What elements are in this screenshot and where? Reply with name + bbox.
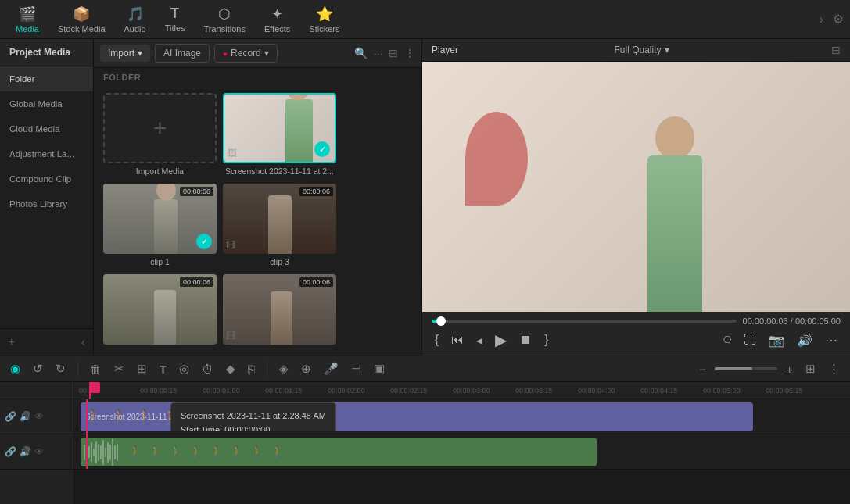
sidebar-item-adjustment[interactable]: Adjustment La... (0, 141, 93, 166)
record-label: Record (231, 48, 261, 59)
record-dot-icon: ● (223, 49, 228, 58)
waveform-bar (91, 442, 92, 462)
media-item-clip4[interactable]: 00:00:06 🎞 (103, 274, 217, 349)
layout-button[interactable]: ⊞ (802, 359, 820, 378)
keyframe-button[interactable]: ◆ (222, 359, 239, 378)
detach-button[interactable]: ⊣ (347, 359, 365, 378)
delete-icon: 🗑 (90, 363, 102, 376)
mic-button[interactable]: 🎤 (320, 359, 343, 378)
media-item-clip1[interactable]: 00:00:06 🎞 ✓ clip 1 (103, 184, 217, 268)
redo-button[interactable]: ↻ (52, 359, 70, 378)
waveform-bar (93, 449, 95, 456)
play-button[interactable]: ▶ (492, 329, 510, 351)
media-item-clip5[interactable]: 00:00:06 🎞 (223, 274, 336, 349)
sidebar-item-compound[interactable]: Compound Clip (0, 166, 93, 191)
snap-button[interactable]: ◉ (6, 359, 24, 378)
nav-stock-media[interactable]: 📦 Stock Media (48, 2, 115, 37)
ruler-tick-4: 00:00:02:00 (328, 387, 365, 395)
quality-selector[interactable]: Full Quality ▾ (614, 45, 669, 55)
nav-media[interactable]: 🎬 Media (6, 2, 48, 37)
sidebar-item-folder[interactable]: Folder (0, 66, 93, 91)
nav-effects[interactable]: ✦ Effects (255, 2, 299, 37)
undo-icon: ↺ (33, 362, 43, 375)
next-mark-icon: } (544, 333, 548, 347)
video-clip-main[interactable]: 🚶 🚶 🚶 🚶 🚶 🚶 🚶 🚶 🚶 🚶 Screenshot 2023-11-1… (81, 402, 753, 431)
cut-button[interactable]: ✂ (110, 359, 128, 378)
import-media-item[interactable]: + Import Media (103, 93, 217, 177)
nav-effects-label: Effects (264, 24, 290, 34)
clip1-thumb[interactable]: 00:00:06 🎞 ✓ (103, 184, 217, 254)
import-button[interactable]: Import ▾ (100, 45, 150, 62)
track-link-icon[interactable]: 🔗 (5, 411, 16, 422)
grid-options-icon[interactable]: ⋮ (404, 47, 415, 59)
highlight-button[interactable]: ◈ (275, 359, 292, 378)
media-item-screenshot[interactable]: ✓ 🖼 Screenshot 2023-11-11 at 2... (223, 93, 336, 177)
time-button[interactable]: ⏱ (198, 360, 217, 378)
zoom-out-button[interactable]: − (695, 360, 710, 378)
audio-mute-icon[interactable]: 🔊 (20, 446, 31, 457)
audio-clip-main[interactable]: 🚶 🚶 🚶 🚶 🚶 🚶 🚶 🚶 (81, 438, 597, 466)
clip1-check-icon: ✓ (196, 234, 212, 249)
playhead-line-audio (86, 434, 88, 469)
caption-button[interactable]: ▣ (370, 359, 389, 378)
media-toolbar: Import ▾ AI Image ● Record ▾ 🔍 ··· ⊟ ⋮ (94, 39, 421, 68)
clip5-film-icon: 🎞 (226, 331, 235, 341)
crop-button[interactable]: ⊞ (133, 359, 151, 378)
zoom-in-button[interactable]: + (782, 360, 797, 378)
video-track-header: 🔗 🔊 👁 (0, 399, 74, 434)
clip3-thumb[interactable]: 00:00:06 🎞 (223, 184, 336, 254)
rewind-button[interactable]: ⏮ (448, 331, 467, 349)
snapshot-button[interactable]: 📷 (766, 331, 787, 349)
next-mark-button[interactable]: } (541, 331, 551, 349)
ruler-tick-10: 00:00:05:00 (703, 387, 741, 395)
clip5-thumb[interactable]: 00:00:06 🎞 (223, 274, 336, 345)
color-button[interactable]: ◎ (175, 359, 193, 378)
timeline-more-button[interactable]: ⋮ (824, 359, 844, 378)
ai-image-button[interactable]: AI Image (155, 44, 210, 63)
sidebar-collapse-icon[interactable]: ‹ (81, 335, 85, 349)
delete-button[interactable]: 🗑 (86, 360, 106, 378)
prev-mark-button[interactable]: { (432, 331, 442, 349)
nav-audio[interactable]: 🎵 Audio (115, 2, 156, 37)
nav-more-chevron[interactable]: › (813, 9, 830, 30)
sidebar-item-cloud[interactable]: Cloud Media (0, 116, 93, 141)
copy-button[interactable]: ⎘ (244, 360, 259, 378)
screenshot-thumb[interactable]: ✓ 🖼 (223, 93, 336, 163)
more-actions-label[interactable]: ··· (374, 48, 382, 59)
filter-icon[interactable]: ⊟ (389, 47, 398, 59)
audio-link-icon[interactable]: 🔗 (5, 446, 16, 457)
track-visibility-icon[interactable]: 👁 (34, 411, 44, 422)
import-thumb[interactable]: + (103, 93, 217, 163)
zoom-slider[interactable] (715, 367, 777, 370)
stop-button[interactable]: ⏹ (516, 331, 535, 349)
search-icon[interactable]: 🔍 (354, 47, 368, 59)
fullscreen-button[interactable]: ⛶ (741, 331, 759, 349)
track-header-icons-audio: 🔗 🔊 👁 (5, 446, 44, 457)
volume-button[interactable]: 🔊 (794, 331, 816, 349)
track-mute-icon[interactable]: 🔊 (20, 411, 31, 422)
undo-button[interactable]: ↺ (29, 359, 47, 378)
sidebar-add-icon[interactable]: + (8, 335, 15, 349)
nav-transitions[interactable]: ⬡ Transitions (195, 2, 255, 37)
clip4-thumb[interactable]: 00:00:06 🎞 (103, 274, 217, 345)
media-item-clip3[interactable]: 00:00:06 🎞 clip 3 (223, 184, 336, 268)
player-settings-icon[interactable]: ⊟ (831, 44, 841, 56)
clip1-film-icon: 🎞 (106, 240, 116, 251)
player-more-button[interactable]: ⋯ (822, 331, 841, 349)
timeline-figure: 🚶 (135, 408, 155, 427)
nav-titles[interactable]: T Titles (156, 2, 195, 36)
audio-visibility-icon[interactable]: 👁 (34, 446, 44, 457)
clip-select-button[interactable]: ⎔ (720, 333, 734, 347)
ai-label: AI Image (163, 48, 201, 59)
sidebar-item-photos[interactable]: Photos Library (0, 191, 93, 216)
settings-icon[interactable]: ⚙ (833, 12, 844, 27)
lock-button[interactable]: ⊕ (297, 359, 315, 378)
sidebar-item-global[interactable]: Global Media (0, 91, 93, 116)
sidebar-adjustment-label: Adjustment La... (9, 149, 74, 159)
back-frame-button[interactable]: ◂ (473, 331, 486, 349)
record-button[interactable]: ● Record ▾ (214, 44, 278, 63)
nav-stickers[interactable]: ⭐ Stickers (299, 2, 349, 37)
scrubber-track[interactable] (432, 320, 737, 323)
zoom-fill (715, 367, 752, 370)
text-button[interactable]: T (156, 360, 170, 378)
